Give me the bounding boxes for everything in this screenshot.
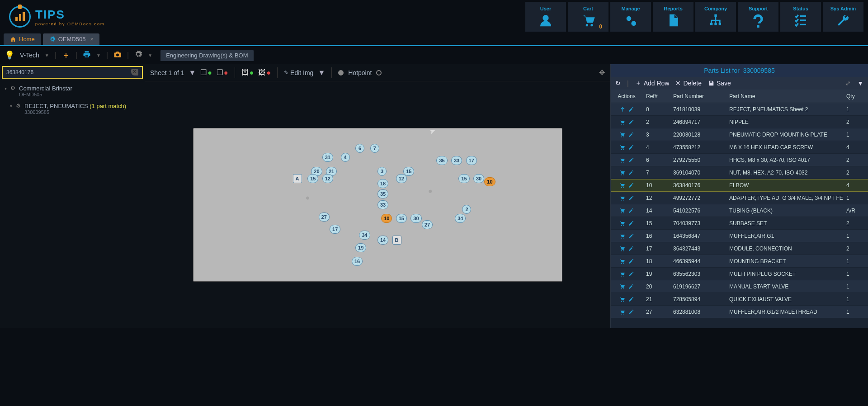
callout-34[interactable]: 34 <box>455 214 466 223</box>
edit-icon[interactable] <box>628 119 634 125</box>
callout-15[interactable]: 15 <box>458 174 469 183</box>
search-box[interactable] <box>2 66 143 79</box>
camera-icon[interactable] <box>113 50 122 60</box>
callout-35[interactable]: 35 <box>377 189 388 198</box>
callout-4[interactable]: 4 <box>341 153 350 162</box>
close-icon[interactable]: × <box>90 36 93 42</box>
cart-icon[interactable] <box>619 233 625 239</box>
table-row[interactable]: 2246894717NIPPLE2 <box>611 116 868 128</box>
cart-icon[interactable] <box>619 296 625 302</box>
table-row[interactable]: 12499272772ADAPTER,TYPE AD, G 3/4 MALE, … <box>611 192 868 204</box>
edit-icon[interactable] <box>628 157 634 163</box>
table-row[interactable]: 19635562303MULTI PIN PLUG SOCKET1 <box>611 268 868 280</box>
callout-7[interactable]: 7 <box>370 144 379 153</box>
nav-manage[interactable]: Manage <box>610 2 651 32</box>
callout-15[interactable]: 15 <box>396 214 407 223</box>
callout-15[interactable]: 15 <box>403 167 414 176</box>
tree-item-assembly[interactable]: ▾ ⚙ REJECT, PNEUMATICS (1 part match) 33… <box>0 100 145 118</box>
cart-icon[interactable] <box>619 208 625 214</box>
table-row[interactable]: 10363840176ELBOW4 <box>611 179 868 192</box>
table-row[interactable]: 3220030128PNEUMATIC DROP MOUNTING PLATE1 <box>611 128 868 141</box>
callout-16[interactable]: 16 <box>352 257 363 266</box>
cart-icon[interactable] <box>619 258 625 264</box>
search-input[interactable] <box>6 69 131 76</box>
callout-2[interactable]: 2 <box>462 205 471 214</box>
callout-21[interactable]: 21 <box>326 167 337 176</box>
cart-icon[interactable] <box>619 283 625 290</box>
image-add[interactable]: 🖼● <box>241 69 254 77</box>
settings-icon[interactable] <box>134 50 142 60</box>
col-name[interactable]: Part Name <box>726 93 843 99</box>
table-row[interactable]: 7369104070NUT, M8, HEX, A2-70, ISO 40322 <box>611 166 868 179</box>
callout-27[interactable]: 27 <box>319 212 330 222</box>
callout-3[interactable]: 3 <box>377 167 387 176</box>
edit-icon[interactable] <box>628 182 634 189</box>
table-row[interactable]: 14541022576TUBING (BLACK)A/R <box>611 204 868 217</box>
col-qty[interactable]: Qty <box>843 93 868 99</box>
callout-6[interactable]: 6 <box>355 144 364 153</box>
add-icon[interactable]: ＋ <box>62 50 70 61</box>
cart-icon[interactable] <box>619 132 625 138</box>
save-button[interactable]: Save <box>708 80 731 87</box>
col-pn[interactable]: Part Number <box>670 93 726 99</box>
add-row-button[interactable]: ＋ Add Row <box>635 79 670 87</box>
callout-12[interactable]: 12 <box>322 174 333 183</box>
table-row[interactable]: 6279275550HHCS, M8 x 30, A2-70, ISO 4017… <box>611 154 868 166</box>
col-ref[interactable]: Ref# <box>642 93 670 99</box>
cart-icon[interactable] <box>619 245 625 252</box>
cart-icon[interactable] <box>619 220 625 227</box>
vtech-dropdown[interactable]: V-Tech <box>20 52 39 59</box>
delete-button[interactable]: ✕ Delete <box>675 80 701 87</box>
copy-add[interactable]: ❐● <box>200 68 212 77</box>
edit-icon[interactable] <box>628 233 634 239</box>
cart-icon[interactable] <box>619 309 625 315</box>
edit-icon[interactable] <box>628 245 634 252</box>
callout-31[interactable]: 31 <box>322 153 333 162</box>
radio-other[interactable] <box>376 70 382 76</box>
callout-15[interactable]: 15 <box>307 174 318 183</box>
tree-item-machine[interactable]: ▾ ⚙ Commercial Brinstar OEMD505 <box>0 82 145 100</box>
tab-home[interactable]: Home <box>4 33 41 45</box>
edit-icon[interactable] <box>628 144 634 151</box>
callout-30[interactable]: 30 <box>410 214 421 223</box>
callout-30[interactable]: 30 <box>473 174 484 183</box>
table-row[interactable]: 27632881008MUFFLER,AIR,G1/2 MALETHREAD1 <box>611 306 868 318</box>
callout-12[interactable]: 12 <box>396 174 407 183</box>
sheet-label[interactable]: Sheet 1 of 1 <box>150 69 184 76</box>
callout-34[interactable]: 34 <box>359 231 370 240</box>
callout-33[interactable]: 33 <box>451 156 462 165</box>
nav-reports[interactable]: Reports <box>653 2 693 32</box>
callout-A[interactable]: A <box>293 174 302 183</box>
image-remove[interactable]: 🖼● <box>258 69 271 77</box>
cart-icon[interactable] <box>619 170 625 176</box>
nav-support[interactable]: Support <box>738 2 778 32</box>
copy-remove[interactable]: ❐● <box>217 68 228 77</box>
table-row[interactable]: 4473558212M6 X 16 HEX HEAD CAP SCREW4 <box>611 141 868 154</box>
expand-icon[interactable]: ⤢ <box>845 80 851 87</box>
cart-icon[interactable] <box>619 195 625 201</box>
callout-19[interactable]: 19 <box>355 243 366 252</box>
goto-icon[interactable] <box>619 106 625 113</box>
nav-status[interactable]: Status <box>780 2 821 32</box>
edit-icon[interactable] <box>628 132 634 138</box>
cart-icon[interactable] <box>619 157 625 163</box>
nav-sys-admin[interactable]: Sys Admin <box>823 2 863 32</box>
edit-img-toggle[interactable]: ✎Edit Img <box>284 69 313 76</box>
move-icon[interactable]: ✥ <box>599 68 605 77</box>
callout-17[interactable]: 17 <box>466 156 477 165</box>
callout-20[interactable]: 20 <box>311 167 322 176</box>
cart-icon[interactable] <box>619 119 625 125</box>
lightbulb-icon[interactable]: 💡 <box>5 50 14 60</box>
callout-B[interactable]: B <box>392 236 401 245</box>
callout-14[interactable]: 14 <box>377 236 388 245</box>
callout-10[interactable]: 10 <box>484 177 495 186</box>
edit-icon[interactable] <box>628 296 634 302</box>
edit-icon[interactable] <box>628 106 634 113</box>
sub-tab-bom[interactable]: Engineering Drawing(s) & BOM <box>160 50 253 61</box>
nav-user[interactable]: User <box>525 2 566 32</box>
edit-icon[interactable] <box>628 208 634 214</box>
callout-33[interactable]: 33 <box>377 200 388 209</box>
edit-icon[interactable] <box>628 220 634 227</box>
edit-icon[interactable] <box>628 283 634 290</box>
callout-35[interactable]: 35 <box>436 156 447 165</box>
